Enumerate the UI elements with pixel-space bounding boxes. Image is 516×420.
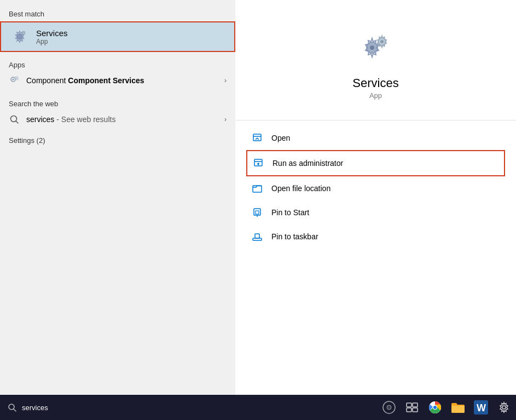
best-match-item[interactable]: Services App <box>0 21 235 52</box>
pin-taskbar-icon <box>251 230 264 243</box>
run-admin-label: Run as administrator <box>273 159 343 168</box>
svg-rect-29 <box>413 408 418 412</box>
settings-section: Settings (2) <box>0 131 235 149</box>
component-services-text: Component Component Services <box>26 76 144 85</box>
settings-label: Settings (2) <box>0 133 235 147</box>
svg-point-35 <box>502 406 506 409</box>
apps-label: Apps <box>0 57 235 71</box>
taskbar-settings-icon[interactable] <box>496 400 512 415</box>
taskbar-search-icon[interactable] <box>4 400 20 415</box>
svg-rect-26 <box>407 403 411 407</box>
folder-icon[interactable] <box>450 400 466 415</box>
cortana-icon[interactable] <box>381 400 397 415</box>
right-panel: Services App Open <box>235 0 516 395</box>
svg-point-9 <box>370 45 374 50</box>
open-location-action[interactable]: Open file location <box>246 176 505 200</box>
svg-point-25 <box>387 405 391 410</box>
svg-rect-18 <box>256 211 259 214</box>
taskbar-right: W <box>381 400 512 415</box>
pin-taskbar-label: Pin to taskbar <box>271 232 318 241</box>
component-services-chevron: › <box>224 77 227 84</box>
taskbar: services <box>0 395 516 420</box>
web-see-results: - See web results <box>56 115 115 124</box>
taskbar-left: services <box>4 400 48 415</box>
best-match-label: Best match <box>0 7 235 20</box>
svg-point-1 <box>22 31 25 34</box>
svg-point-3 <box>13 79 14 80</box>
svg-rect-27 <box>413 403 418 407</box>
run-admin-icon <box>252 157 265 170</box>
left-panel: Best match Services App A <box>0 0 235 395</box>
best-match-text: Services App <box>36 28 68 45</box>
svg-rect-28 <box>407 408 411 412</box>
open-location-label: Open file location <box>271 184 331 193</box>
svg-point-0 <box>17 34 22 39</box>
open-action[interactable]: Open <box>246 126 505 150</box>
chrome-icon[interactable] <box>427 400 443 415</box>
app-container: Best match Services App A <box>0 0 516 420</box>
component-services-item[interactable]: Component Component Services › <box>0 71 235 90</box>
app-icon-large <box>354 26 398 70</box>
app-subtitle: App <box>369 91 382 100</box>
web-search-chevron: › <box>224 116 227 123</box>
app-title: Services <box>352 76 398 90</box>
svg-point-11 <box>380 40 384 43</box>
svg-line-23 <box>14 409 16 411</box>
best-match-title: Services <box>36 28 68 38</box>
best-match-subtitle: App <box>36 38 68 45</box>
actions-list: Open Run as administrator <box>235 120 516 254</box>
open-label: Open <box>271 134 290 142</box>
svg-line-7 <box>16 121 18 123</box>
web-search-left: services - See web results <box>9 114 115 125</box>
web-search-text: services - See web results <box>26 115 115 124</box>
web-search-item[interactable]: services - See web results › <box>0 110 235 129</box>
open-icon <box>251 131 264 145</box>
svg-point-5 <box>16 78 17 79</box>
svg-point-32 <box>433 406 437 409</box>
word-icon[interactable]: W <box>473 400 489 415</box>
apps-section: Apps Component Component Serv <box>0 53 235 94</box>
task-view-icon[interactable] <box>404 400 420 415</box>
open-location-icon <box>251 182 264 195</box>
web-label: Search the web <box>0 96 235 110</box>
pin-start-icon <box>251 206 264 219</box>
svg-rect-16 <box>253 186 262 192</box>
web-search-icon <box>9 114 20 125</box>
main-area: Best match Services App A <box>0 0 516 395</box>
svg-text:W: W <box>477 402 486 413</box>
app-info-panel: Services App <box>235 0 516 120</box>
services-icon <box>10 27 30 47</box>
taskbar-search-text: services <box>22 404 48 412</box>
web-section: Search the web services - See web result… <box>0 94 235 131</box>
pin-start-action[interactable]: Pin to Start <box>246 200 505 225</box>
pin-start-label: Pin to Start <box>271 208 309 217</box>
pin-taskbar-action[interactable]: Pin to taskbar <box>246 225 505 249</box>
svg-rect-21 <box>255 234 259 238</box>
run-admin-action[interactable]: Run as administrator <box>246 150 505 176</box>
component-services-icon <box>9 75 20 86</box>
component-services-left: Component Component Services <box>9 75 144 86</box>
